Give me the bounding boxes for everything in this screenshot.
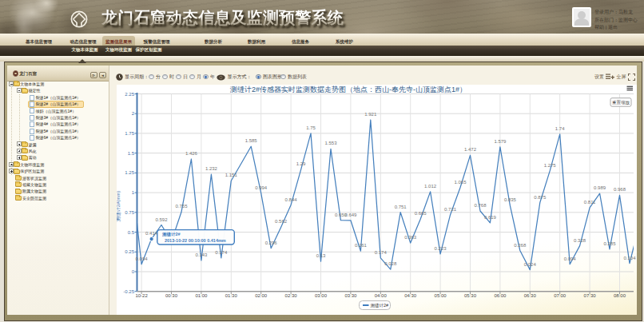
svg-text:03:30: 03:30 xyxy=(344,292,357,297)
svg-text:1.553: 1.553 xyxy=(324,141,337,145)
svg-text:0.328: 0.328 xyxy=(574,238,586,243)
svg-text:0.75: 0.75 xyxy=(125,210,134,215)
svg-text:0.174: 0.174 xyxy=(215,250,228,255)
svg-text:0.619: 0.619 xyxy=(484,215,497,220)
svg-text:0.968: 0.968 xyxy=(614,187,626,192)
svg-text:测缝计2#(mm): 测缝计2#(mm) xyxy=(117,191,121,223)
svg-text:1.29: 1.29 xyxy=(296,161,306,166)
svg-text:1.065: 1.065 xyxy=(454,180,467,185)
svg-text:10-22: 10-22 xyxy=(135,292,148,297)
svg-text:0.104: 0.104 xyxy=(623,256,636,260)
svg-text:1.151: 1.151 xyxy=(225,173,238,177)
svg-text:0.989: 0.989 xyxy=(594,185,606,190)
svg-text:0.755: 0.755 xyxy=(175,204,188,209)
svg-text:01:00: 01:00 xyxy=(195,292,208,297)
svg-text:1.921: 1.921 xyxy=(364,112,377,117)
svg-text:02:00: 02:00 xyxy=(255,292,268,297)
svg-text:04:30: 04:30 xyxy=(404,292,417,297)
svg-text:测缝计2#: 测缝计2# xyxy=(371,303,390,308)
svg-text:0.143: 0.143 xyxy=(195,252,208,257)
svg-text:重置缩放: 重置缩放 xyxy=(612,100,630,105)
svg-text:0.261: 0.261 xyxy=(355,243,368,248)
svg-text:0.094: 0.094 xyxy=(136,256,149,261)
svg-text:1.25: 1.25 xyxy=(125,170,134,175)
svg-text:0.25: 0.25 xyxy=(125,249,134,254)
svg-text:1.585: 1.585 xyxy=(245,138,258,143)
svg-text:06:00: 06:00 xyxy=(494,292,507,297)
svg-text:07:00: 07:00 xyxy=(554,292,566,297)
svg-text:1.426: 1.426 xyxy=(185,151,198,156)
svg-text:0.174: 0.174 xyxy=(375,250,388,255)
svg-text:0.562: 0.562 xyxy=(275,219,288,224)
svg-text:1.232: 1.232 xyxy=(205,166,218,171)
svg-text:03:00: 03:00 xyxy=(315,292,328,297)
svg-text:08:00: 08:00 xyxy=(614,292,626,297)
svg-text:04:00: 04:00 xyxy=(375,292,388,297)
svg-text:0.13: 0.13 xyxy=(316,253,326,258)
svg-text:02:30: 02:30 xyxy=(285,292,298,297)
svg-text:0.994: 0.994 xyxy=(255,185,268,190)
svg-text:01:30: 01:30 xyxy=(225,292,238,297)
svg-text:0.811: 0.811 xyxy=(584,200,596,205)
svg-text:0.5: 0.5 xyxy=(128,230,135,235)
svg-text:0.414: 0.414 xyxy=(145,231,158,236)
svg-text:-0.25: -0.25 xyxy=(123,289,134,294)
svg-text:0.835: 0.835 xyxy=(504,197,517,202)
svg-text:测缝计2#传感器实时监测数据走势图（地点：西山-奉先寺-山顶: 测缝计2#传感器实时监测数据走势图（地点：西山-奉先寺-山顶监测点1#） xyxy=(229,85,467,93)
svg-text:0: 0 xyxy=(132,269,135,274)
svg-text:1.275: 1.275 xyxy=(544,163,557,168)
svg-text:05:30: 05:30 xyxy=(464,292,477,297)
svg-text:0.875: 0.875 xyxy=(534,194,547,199)
svg-text:1.579: 1.579 xyxy=(494,139,507,144)
svg-text:1.012: 1.012 xyxy=(424,184,437,189)
svg-text:00:30: 00:30 xyxy=(165,292,178,297)
svg-text:0.285: 0.285 xyxy=(603,241,616,246)
svg-text:0.768: 0.768 xyxy=(474,203,487,208)
svg-text:1: 1 xyxy=(132,190,135,195)
svg-text:06:30: 06:30 xyxy=(524,292,537,297)
svg-text:0.094: 0.094 xyxy=(564,256,577,261)
svg-text:0.592: 0.592 xyxy=(155,217,168,221)
svg-text:0.296: 0.296 xyxy=(265,241,278,245)
svg-text:0.649: 0.649 xyxy=(344,213,357,217)
svg-text:0.363: 0.363 xyxy=(404,235,417,240)
svg-text:0.268: 0.268 xyxy=(514,242,527,247)
svg-text:1.75: 1.75 xyxy=(125,131,134,136)
svg-text:测缝计2#: 测缝计2# xyxy=(161,232,181,237)
svg-text:0.751: 0.751 xyxy=(395,205,407,209)
svg-text:2: 2 xyxy=(132,111,135,116)
svg-text:0.665: 0.665 xyxy=(415,211,427,216)
svg-text:2013-10-22 00:10:00 0.414mm: 2013-10-22 00:10:00 0.414mm xyxy=(165,237,226,242)
svg-text:1.74: 1.74 xyxy=(555,126,565,131)
svg-text:1.472: 1.472 xyxy=(464,147,477,152)
svg-text:2.25: 2.25 xyxy=(125,91,134,96)
svg-text:1.5: 1.5 xyxy=(128,151,135,156)
svg-text:0.844: 0.844 xyxy=(285,197,298,201)
svg-text:0.028: 0.028 xyxy=(384,261,397,266)
svg-text:0.721: 0.721 xyxy=(444,207,457,212)
svg-text:1.75: 1.75 xyxy=(306,125,316,130)
svg-text:07:30: 07:30 xyxy=(584,292,597,297)
svg-text:05:00: 05:00 xyxy=(435,292,447,297)
svg-text:0.024: 0.024 xyxy=(524,262,537,267)
svg-text:0.223: 0.223 xyxy=(435,246,447,251)
